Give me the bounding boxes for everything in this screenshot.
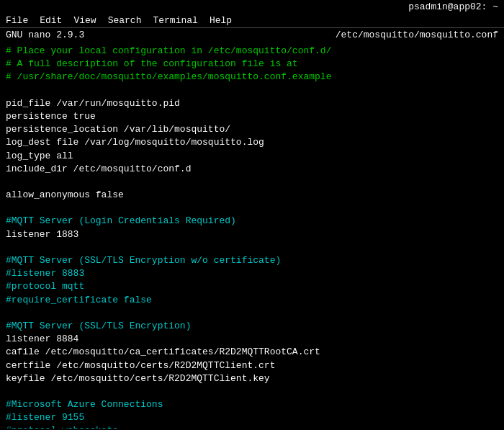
editor-line: # A full description of the configuratio… bbox=[6, 58, 498, 71]
editor-line: #MQTT Server (Login Credentials Required… bbox=[6, 215, 498, 228]
editor-line: listener 1883 bbox=[6, 228, 498, 241]
title-bar: psadmin@app02: ~ bbox=[0, 0, 504, 14]
menu-help[interactable]: Help bbox=[210, 15, 232, 26]
editor-line: persistence_location /var/lib/mosquitto/ bbox=[6, 123, 498, 136]
editor-line bbox=[6, 307, 498, 320]
editor-line: # /usr/share/doc/mosquitto/examples/mosq… bbox=[6, 71, 498, 84]
editor-line: #Microsoft Azure Connections bbox=[6, 398, 498, 411]
editor-line bbox=[6, 241, 498, 254]
editor-line bbox=[6, 385, 498, 398]
editor-line: #listener 9155 bbox=[6, 411, 498, 424]
menu-terminal[interactable]: Terminal bbox=[153, 15, 197, 26]
editor-line: #MQTT Server (SSL/TLS Encryption) bbox=[6, 320, 498, 333]
editor-line: certfile /etc/mosquitto/certs/R2D2MQTTCl… bbox=[6, 359, 498, 372]
editor-line: #protocol websockets bbox=[6, 424, 498, 429]
editor-line: # Place your local configuration in /etc… bbox=[6, 45, 498, 58]
editor-line: log_type all bbox=[6, 150, 498, 163]
editor-area[interactable]: # Place your local configuration in /etc… bbox=[0, 42, 504, 429]
menu-bar: File Edit View Search Terminal Help bbox=[0, 14, 504, 28]
editor-line bbox=[6, 84, 498, 97]
menu-search[interactable]: Search bbox=[108, 15, 142, 26]
nano-filename: /etc/mosquitto/mosquitto.conf bbox=[336, 30, 498, 40]
nano-status-bar: GNU nano 2.9.3 /etc/mosquitto/mosquitto.… bbox=[0, 28, 504, 42]
editor-line: pid_file /var/run/mosquitto.pid bbox=[6, 97, 498, 110]
editor-line: #listener 8883 bbox=[6, 267, 498, 280]
nano-version: GNU nano 2.9.3 bbox=[6, 30, 84, 40]
title-text: psadmin@app02: ~ bbox=[408, 1, 498, 12]
menu-file[interactable]: File bbox=[6, 15, 28, 26]
editor-line: allow_anonymous false bbox=[6, 189, 498, 202]
editor-line: #require_certificate false bbox=[6, 294, 498, 307]
editor-line: include_dir /etc/mosquitto/conf.d bbox=[6, 163, 498, 176]
editor-line bbox=[6, 176, 498, 189]
editor-line: listener 8884 bbox=[6, 333, 498, 346]
editor-line: keyfile /etc/mosquitto/certs/R2D2MQTTCli… bbox=[6, 372, 498, 385]
editor-line: persistence true bbox=[6, 110, 498, 123]
editor-line: #MQTT Server (SSL/TLS Encryption w/o cer… bbox=[6, 254, 498, 267]
menu-view[interactable]: View bbox=[73, 15, 96, 26]
editor-line: log_dest file /var/log/mosquitto/mosquit… bbox=[6, 136, 498, 149]
editor-line bbox=[6, 202, 498, 215]
editor-line: #protocol mqtt bbox=[6, 280, 498, 293]
editor-line: cafile /etc/mosquitto/ca_certificates/R2… bbox=[6, 346, 498, 359]
menu-edit[interactable]: Edit bbox=[40, 15, 62, 26]
